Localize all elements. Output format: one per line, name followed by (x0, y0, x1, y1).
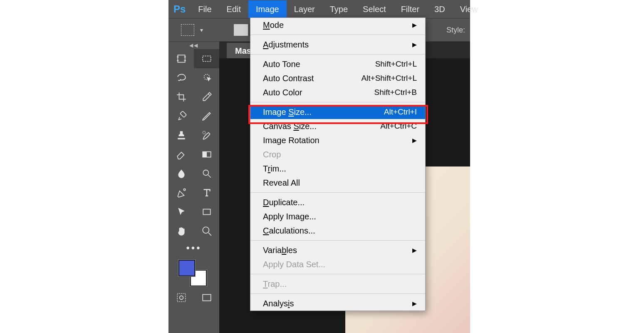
menu-layer[interactable]: Layer (287, 0, 322, 18)
menu-item-label: Image Size... (263, 107, 312, 117)
menu-separator (250, 35, 425, 35)
tool-quick-select[interactable] (194, 68, 219, 87)
menu-shortcut: Alt+Ctrl+C (380, 122, 417, 131)
tool-marquee[interactable] (194, 49, 219, 68)
submenu-arrow-icon: ▶ (412, 41, 417, 48)
color-swatches (168, 256, 219, 288)
ps-logo-icon: Ps (173, 1, 186, 17)
selection-new-icon[interactable] (234, 24, 248, 36)
menu-view[interactable]: View (453, 0, 485, 18)
menu-item-label: Apply Image... (263, 212, 316, 221)
more-tools-icon[interactable]: ••• (168, 241, 219, 256)
menu-item-auto-contrast[interactable]: Auto ContrastAlt+Shift+Ctrl+L (250, 71, 425, 85)
menu-edit[interactable]: Edit (219, 0, 248, 18)
tool-path-select[interactable] (168, 202, 194, 221)
tool-pen[interactable] (168, 183, 194, 202)
svg-rect-9 (203, 209, 210, 215)
chevron-down-icon[interactable]: ▾ (200, 27, 203, 33)
menu-item-auto-tone[interactable]: Auto ToneShift+Ctrl+L (250, 57, 425, 71)
tool-gradient[interactable] (194, 145, 219, 164)
menu-item-image-rotation[interactable]: Image Rotation▶ (250, 133, 425, 147)
menu-item-reveal-all[interactable]: Reveal All (250, 176, 425, 190)
tool-artboard[interactable] (168, 49, 194, 68)
tool-dodge[interactable] (194, 164, 219, 183)
menu-separator (250, 293, 425, 294)
svg-point-10 (203, 227, 209, 233)
svg-point-8 (183, 189, 185, 190)
menu-item-label: Reveal All (263, 178, 300, 188)
submenu-arrow-icon: ▶ (412, 300, 417, 307)
menu-select[interactable]: Select (355, 0, 394, 18)
menu-item-canvas-size[interactable]: Canvas Size...Alt+Ctrl+C (250, 119, 425, 133)
menu-image[interactable]: Image (248, 0, 287, 18)
menu-item-apply-image[interactable]: Apply Image... (250, 209, 425, 224)
menu-item-label: Apply Data Set... (263, 260, 325, 269)
menu-3d[interactable]: 3D (427, 0, 453, 18)
tool-type[interactable] (194, 183, 219, 202)
style-label: Style: (446, 26, 470, 35)
menu-item-duplicate[interactable]: Duplicate... (250, 195, 425, 209)
menu-item-label: Crop (263, 150, 281, 159)
menu-item-label: Auto Tone (263, 60, 300, 69)
svg-point-4 (203, 131, 206, 134)
tool-hand[interactable] (168, 221, 194, 241)
svg-rect-1 (203, 56, 211, 62)
menu-item-calculations[interactable]: Calculations... (250, 224, 425, 238)
menu-separator (250, 274, 425, 274)
tool-zoom[interactable] (194, 221, 219, 241)
menu-item-label: Mode (263, 20, 284, 30)
tool-pencil[interactable] (194, 107, 219, 126)
menu-item-label: Adjustments (263, 40, 309, 50)
menu-shortcut: Alt+Shift+Ctrl+L (361, 74, 417, 83)
menu-item-trap: Trap... (250, 277, 425, 291)
menu-shortcut: Shift+Ctrl+B (374, 88, 417, 97)
menu-item-auto-color[interactable]: Auto ColorShift+Ctrl+B (250, 85, 425, 99)
tool-eraser[interactable] (168, 145, 194, 164)
menu-item-label: Canvas Size... (263, 122, 317, 131)
foreground-color[interactable] (178, 260, 195, 276)
submenu-arrow-icon: ▶ (412, 22, 417, 28)
menu-item-adjustments[interactable]: Adjustments▶ (250, 37, 425, 52)
tool-rectangle[interactable] (194, 202, 219, 221)
tool-history-brush[interactable] (194, 126, 219, 145)
quickmask-icon[interactable] (168, 288, 194, 307)
tool-stamp[interactable] (168, 126, 194, 145)
svg-rect-6 (203, 152, 207, 157)
tool-crop[interactable] (168, 87, 194, 107)
screenmode-icon[interactable] (194, 288, 219, 307)
menu-separator (250, 240, 425, 241)
menu-item-mode[interactable]: Mode▶ (250, 18, 425, 32)
submenu-arrow-icon: ▶ (412, 247, 417, 253)
tool-healing[interactable] (168, 107, 194, 126)
menu-item-variables[interactable]: Variables▶ (250, 243, 425, 257)
menu-item-label: Auto Contrast (263, 74, 314, 83)
menu-item-apply-data-set: Apply Data Set... (250, 257, 425, 271)
photoshop-window: Ps File Edit Image Layer Type Select Fil… (168, 0, 470, 333)
svg-point-12 (179, 296, 183, 300)
menu-item-label: Trim... (263, 164, 286, 174)
menu-item-trim[interactable]: Trim... (250, 162, 425, 176)
menu-item-label: Image Rotation (263, 136, 320, 145)
tool-preset-icon[interactable] (181, 24, 194, 36)
svg-point-7 (203, 170, 208, 175)
tool-eyedropper[interactable] (194, 87, 219, 107)
toolbox-grip-icon[interactable]: ◀◀ (168, 42, 219, 49)
menu-item-label: Trap... (263, 279, 287, 289)
menu-item-label: Variables (263, 246, 297, 255)
menu-separator (250, 192, 425, 193)
tool-lasso[interactable] (168, 68, 194, 87)
menu-shortcut: Shift+Ctrl+L (375, 60, 417, 69)
menu-shortcut: Alt+Ctrl+I (384, 107, 417, 117)
menu-item-label: Auto Color (263, 88, 302, 97)
menu-file[interactable]: File (191, 0, 219, 18)
menu-item-analysis[interactable]: Analysis▶ (250, 296, 425, 311)
tool-blur[interactable] (168, 164, 194, 183)
menu-item-image-size[interactable]: Image Size...Alt+Ctrl+I (250, 105, 425, 119)
menubar: Ps File Edit Image Layer Type Select Fil… (168, 0, 470, 19)
menu-separator (250, 102, 425, 102)
menu-item-label: Calculations... (263, 226, 315, 236)
menu-filter[interactable]: Filter (394, 0, 427, 18)
menu-item-label: Analysis (263, 299, 294, 308)
menu-item-crop: Crop (250, 147, 425, 162)
menu-type[interactable]: Type (322, 0, 355, 18)
